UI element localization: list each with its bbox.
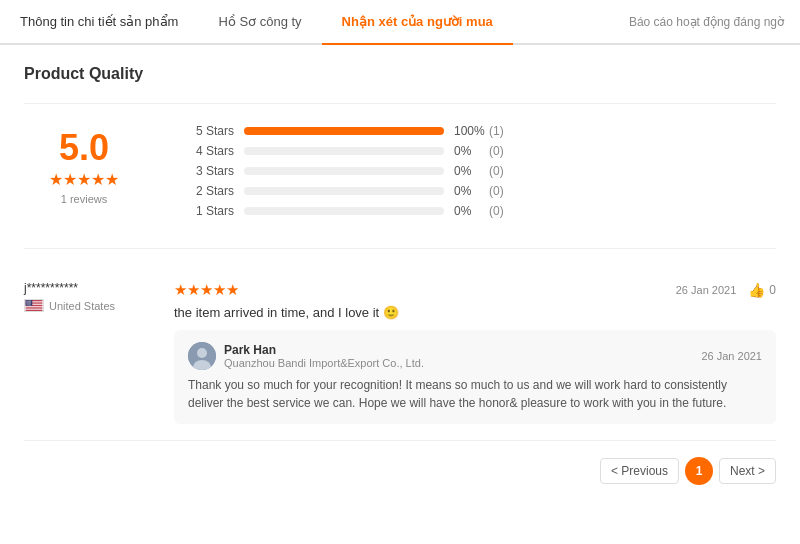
reply-text: Thank you so much for your recognition! … bbox=[188, 376, 762, 412]
svg-point-18 bbox=[29, 303, 30, 304]
svg-point-17 bbox=[28, 303, 29, 304]
rating-row-5: 5 Stars 100% (1) bbox=[174, 124, 776, 138]
tab-spacer bbox=[513, 0, 613, 43]
reply-name: Park Han bbox=[224, 343, 701, 357]
rating-label-2: 2 Stars bbox=[174, 184, 234, 198]
svg-rect-5 bbox=[26, 307, 43, 308]
review-body: ★★★★★ 26 Jan 2021 👍 0 the item arrived i… bbox=[174, 281, 776, 424]
svg-point-13 bbox=[27, 302, 28, 303]
rating-pct-3: 0% bbox=[454, 164, 489, 178]
rating-count-3: (0) bbox=[489, 164, 504, 178]
reviewer-country: United States bbox=[24, 299, 154, 312]
table-row: j*********** bbox=[24, 281, 776, 424]
rating-row-4: 4 Stars 0% (0) bbox=[174, 144, 776, 158]
rating-count-5: (1) bbox=[489, 124, 504, 138]
reply-company: Quanzhou Bandi Import&Export Co., Ltd. bbox=[224, 357, 701, 369]
review-section: j*********** bbox=[24, 273, 776, 424]
bar-track-2 bbox=[244, 187, 444, 195]
svg-point-15 bbox=[30, 302, 31, 303]
rating-pct-5: 100% bbox=[454, 124, 489, 138]
bar-fill-5 bbox=[244, 127, 444, 135]
flag-us-icon bbox=[24, 299, 44, 312]
rating-pct-4: 0% bbox=[454, 144, 489, 158]
reply-avatar bbox=[188, 342, 216, 370]
svg-point-26 bbox=[30, 305, 31, 306]
tab-reviews[interactable]: Nhận xét của người mua bbox=[322, 0, 513, 45]
divider-top bbox=[24, 103, 776, 104]
rating-label-4: 4 Stars bbox=[174, 144, 234, 158]
svg-point-23 bbox=[26, 305, 27, 306]
review-date: 26 Jan 2021 bbox=[676, 284, 737, 296]
reviews-count: 1 reviews bbox=[61, 193, 107, 205]
reply-header: Park Han Quanzhou Bandi Import&Export Co… bbox=[188, 342, 762, 370]
rating-section: 5.0 ★★★★★ 1 reviews 5 Stars 100% (1) 4 S… bbox=[24, 120, 776, 249]
section-title: Product Quality bbox=[24, 65, 776, 83]
rating-count-2: (0) bbox=[489, 184, 504, 198]
svg-point-22 bbox=[30, 304, 31, 305]
svg-point-10 bbox=[28, 301, 29, 302]
current-page-number[interactable]: 1 bbox=[685, 457, 713, 485]
svg-point-24 bbox=[28, 305, 29, 306]
review-text: the item arrived in time, and I love it … bbox=[174, 305, 776, 320]
rating-count-4: (0) bbox=[489, 144, 504, 158]
bar-track-3 bbox=[244, 167, 444, 175]
review-header-right: 26 Jan 2021 👍 0 bbox=[676, 282, 776, 298]
svg-point-12 bbox=[30, 301, 31, 302]
next-button[interactable]: Next > bbox=[719, 458, 776, 484]
svg-point-9 bbox=[26, 301, 27, 302]
tab-product-detail[interactable]: Thông tin chi tiết sản phẩm bbox=[0, 0, 198, 45]
bar-track-5 bbox=[244, 127, 444, 135]
avatar-image bbox=[188, 342, 216, 370]
svg-point-11 bbox=[29, 301, 30, 302]
main-content: Product Quality 5.0 ★★★★★ 1 reviews 5 St… bbox=[0, 45, 800, 513]
svg-point-16 bbox=[26, 303, 27, 304]
rating-row-1: 1 Stars 0% (0) bbox=[174, 204, 776, 218]
svg-rect-7 bbox=[26, 310, 43, 311]
tab-bar: Thông tin chi tiết sản phẩm Hồ Sơ công t… bbox=[0, 0, 800, 45]
svg-rect-6 bbox=[26, 308, 43, 309]
like-count: 0 bbox=[769, 283, 776, 297]
rating-overall: 5.0 ★★★★★ 1 reviews bbox=[24, 120, 144, 215]
reply-name-block: Park Han Quanzhou Bandi Import&Export Co… bbox=[224, 343, 701, 369]
rating-pct-1: 0% bbox=[454, 204, 489, 218]
previous-button[interactable]: < Previous bbox=[600, 458, 679, 484]
rating-count-1: (0) bbox=[489, 204, 504, 218]
svg-point-28 bbox=[197, 348, 207, 358]
bar-track-1 bbox=[244, 207, 444, 215]
rating-row-3: 3 Stars 0% (0) bbox=[174, 164, 776, 178]
rating-pct-2: 0% bbox=[454, 184, 489, 198]
svg-point-21 bbox=[28, 304, 29, 305]
reviewer-name: j*********** bbox=[24, 281, 154, 295]
report-link[interactable]: Báo cáo hoạt động đáng ngờ bbox=[613, 1, 800, 43]
tab-company-profile[interactable]: Hồ Sơ công ty bbox=[198, 0, 321, 45]
overall-rating-number: 5.0 bbox=[59, 130, 109, 166]
rating-bars: 5 Stars 100% (1) 4 Stars 0% (0) 3 Stars bbox=[174, 120, 776, 224]
svg-point-14 bbox=[28, 302, 29, 303]
like-button[interactable]: 👍 0 bbox=[748, 282, 776, 298]
thumbs-up-icon: 👍 bbox=[748, 282, 765, 298]
reply-date: 26 Jan 2021 bbox=[701, 350, 762, 362]
overall-stars: ★★★★★ bbox=[49, 170, 119, 189]
rating-label-1: 1 Stars bbox=[174, 204, 234, 218]
svg-point-20 bbox=[27, 304, 28, 305]
svg-point-25 bbox=[29, 305, 30, 306]
country-label: United States bbox=[49, 300, 115, 312]
rating-label-3: 3 Stars bbox=[174, 164, 234, 178]
rating-row-2: 2 Stars 0% (0) bbox=[174, 184, 776, 198]
reply-box: Park Han Quanzhou Bandi Import&Export Co… bbox=[174, 330, 776, 424]
svg-point-19 bbox=[30, 303, 31, 304]
rating-label-5: 5 Stars bbox=[174, 124, 234, 138]
pagination: < Previous 1 Next > bbox=[24, 440, 776, 493]
bar-track-4 bbox=[244, 147, 444, 155]
review-header: ★★★★★ 26 Jan 2021 👍 0 bbox=[174, 281, 776, 299]
reviewer-info: j*********** bbox=[24, 281, 154, 424]
review-stars: ★★★★★ bbox=[174, 281, 239, 299]
